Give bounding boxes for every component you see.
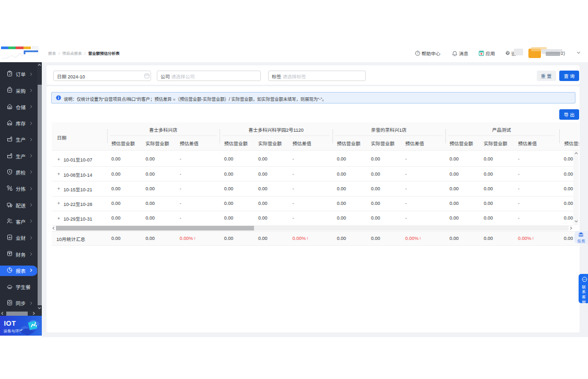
svg-text:?: ? xyxy=(417,51,419,55)
